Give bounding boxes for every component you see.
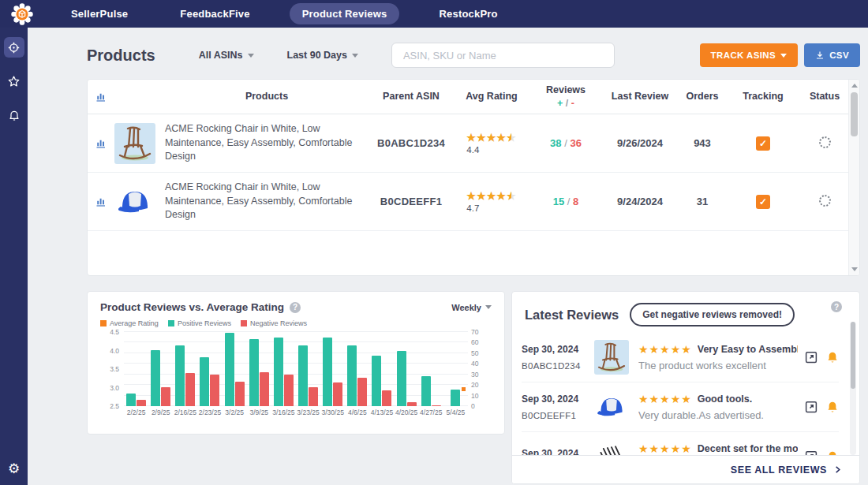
bar-chart-icon[interactable] bbox=[88, 196, 114, 207]
help-icon[interactable]: ? bbox=[831, 301, 842, 312]
nav-tab-sellerpulse[interactable]: SellerPulse bbox=[58, 3, 140, 24]
bar-group[interactable] bbox=[271, 332, 296, 406]
positive-reviews-bar bbox=[225, 333, 234, 406]
col-reviews[interactable]: Reviews + / - bbox=[529, 84, 602, 110]
parent-asin: B0CDEEFF1 bbox=[369, 196, 454, 207]
y-axis-left-tick: 4.5 bbox=[100, 328, 119, 336]
product-name[interactable]: ACME Rocking Chair in White, Low Mainten… bbox=[165, 181, 369, 222]
col-parent-asin[interactable]: Parent ASIN bbox=[369, 90, 454, 103]
nav-tab-restockpro[interactable]: RestockPro bbox=[426, 3, 510, 24]
bar-group[interactable] bbox=[173, 332, 197, 406]
col-status[interactable]: Status bbox=[799, 90, 850, 103]
sidebar-item-target[interactable] bbox=[4, 37, 24, 58]
col-orders[interactable]: Orders bbox=[678, 90, 727, 103]
review-alert-bell-icon[interactable] bbox=[826, 401, 839, 414]
bar-group[interactable] bbox=[223, 332, 247, 406]
chart-bars bbox=[124, 332, 468, 406]
help-icon[interactable]: ? bbox=[290, 302, 301, 313]
y-axis-right-tick: 70 bbox=[471, 328, 488, 336]
col-tracking[interactable]: Tracking bbox=[727, 90, 799, 103]
bar-group[interactable] bbox=[296, 332, 320, 406]
remove-negative-reviews-button[interactable]: Get negative reviews removed! bbox=[630, 303, 795, 326]
bar-group[interactable] bbox=[197, 332, 222, 406]
y-axis-left-tick: 3.5 bbox=[100, 365, 119, 373]
scroll-up-arrow[interactable] bbox=[851, 84, 858, 88]
review-text: The product works excellent bbox=[638, 360, 798, 371]
legend-item[interactable]: Average Rating bbox=[100, 319, 159, 327]
product-image[interactable] bbox=[114, 181, 155, 222]
review-product-image[interactable] bbox=[594, 340, 629, 375]
table-row[interactable]: ACME Rocking Chair in White, Low Mainten… bbox=[88, 173, 850, 231]
bar-chart-icon[interactable] bbox=[88, 91, 114, 103]
tracking-checkbox[interactable]: ✓ bbox=[756, 195, 770, 209]
table-scrollbar[interactable] bbox=[848, 80, 859, 275]
negative-reviews-bar bbox=[357, 378, 367, 406]
nav-tab-product-reviews[interactable]: Product Reviews bbox=[290, 3, 400, 24]
tracking-checkbox[interactable]: ✓ bbox=[756, 136, 770, 151]
search-input[interactable] bbox=[391, 43, 615, 68]
bar-chart-icon[interactable] bbox=[88, 137, 114, 149]
review-product-image[interactable] bbox=[594, 439, 629, 455]
negative-reviews-bar bbox=[185, 373, 195, 406]
col-products[interactable]: Products bbox=[165, 90, 369, 103]
sidebar-settings[interactable]: ⚙ bbox=[8, 461, 20, 477]
negative-reviews-bar bbox=[260, 372, 269, 406]
bar-group[interactable] bbox=[395, 332, 419, 406]
sidebar-item-favorites[interactable] bbox=[4, 71, 24, 91]
open-review-external-icon[interactable] bbox=[804, 450, 818, 455]
bar-group[interactable] bbox=[124, 332, 148, 406]
bar-group[interactable] bbox=[148, 332, 173, 406]
average-rating-point bbox=[462, 387, 466, 391]
main-content: Products All ASINs Last 90 Days TRACK AS… bbox=[28, 28, 868, 485]
reviews-scrollbar[interactable] bbox=[850, 322, 856, 455]
bar-group[interactable] bbox=[443, 332, 468, 406]
bar-group[interactable] bbox=[419, 332, 443, 406]
negative-reviews-bar bbox=[407, 402, 417, 406]
y-axis-right-tick: 30 bbox=[471, 371, 488, 379]
open-review-external-icon[interactable] bbox=[804, 350, 818, 364]
scrollbar-thumb[interactable] bbox=[851, 322, 855, 389]
y-axis-left-tick: 3.0 bbox=[100, 384, 119, 392]
review-item[interactable]: Sep 30, 2024 ★★★★★ Decent set for the mo… bbox=[522, 432, 839, 455]
open-review-external-icon[interactable] bbox=[804, 400, 818, 414]
col-last-review[interactable]: Last Review bbox=[602, 90, 678, 103]
app-logo[interactable] bbox=[0, 0, 44, 28]
negative-reviews-bar bbox=[284, 375, 294, 406]
y-axis-right-tick: 60 bbox=[471, 338, 488, 346]
positive-reviews-bar bbox=[249, 339, 259, 406]
x-axis-tick: 5/4/25 bbox=[443, 409, 468, 416]
product-name[interactable]: ACME Rocking Chair in White, Low Mainten… bbox=[165, 122, 369, 164]
bar-group[interactable] bbox=[345, 332, 369, 406]
positive-reviews-bar bbox=[421, 376, 431, 406]
review-asin: B0CDEEFF1 bbox=[522, 411, 594, 420]
caret-down-icon bbox=[780, 54, 787, 58]
avg-rating-cell: ★★★★★★★★★★ 4.7 bbox=[454, 190, 529, 214]
positive-reviews-bar bbox=[397, 351, 406, 406]
col-avg-rating[interactable]: Avg Rating bbox=[454, 90, 529, 103]
review-date: Sep 30, 2024 bbox=[522, 344, 594, 355]
asin-filter-dropdown[interactable]: All ASINs bbox=[199, 50, 254, 61]
see-all-reviews-link[interactable]: SEE ALL REVIEWS bbox=[512, 455, 859, 483]
reviews-cell: 15 / 8 bbox=[529, 196, 602, 207]
date-range-dropdown[interactable]: Last 90 Days bbox=[287, 50, 358, 61]
review-alert-bell-icon[interactable] bbox=[826, 351, 839, 364]
product-image[interactable] bbox=[114, 123, 155, 164]
sidebar-item-notifications[interactable] bbox=[4, 105, 24, 125]
legend-item[interactable]: Negative Reviews bbox=[241, 319, 307, 327]
track-asins-button[interactable]: TRACK ASINS bbox=[700, 43, 799, 67]
bar-group[interactable] bbox=[369, 332, 394, 406]
chart-period-dropdown[interactable]: Weekly bbox=[451, 303, 492, 312]
scroll-down-arrow[interactable] bbox=[851, 267, 858, 271]
review-product-image[interactable] bbox=[594, 390, 629, 424]
bar-group[interactable] bbox=[247, 332, 271, 406]
legend-item[interactable]: Positive Reviews bbox=[168, 319, 231, 327]
table-row[interactable]: ACME Rocking Chair in White, Low Mainten… bbox=[88, 114, 850, 173]
review-item[interactable]: Sep 30, 2024 B0ABC1D234 ★★★★★ Very Easy … bbox=[522, 333, 839, 382]
csv-export-button[interactable]: CSV bbox=[804, 43, 860, 67]
gear-logo-icon bbox=[10, 2, 34, 26]
bar-group[interactable] bbox=[320, 332, 345, 406]
positive-reviews-bar bbox=[175, 345, 185, 406]
nav-tab-feedbackfive[interactable]: FeedbackFive bbox=[167, 3, 262, 24]
scrollbar-thumb[interactable] bbox=[851, 92, 858, 136]
review-item[interactable]: Sep 30, 2024 B0CDEEFF1 ★★★★★ Good tools.… bbox=[522, 382, 839, 432]
